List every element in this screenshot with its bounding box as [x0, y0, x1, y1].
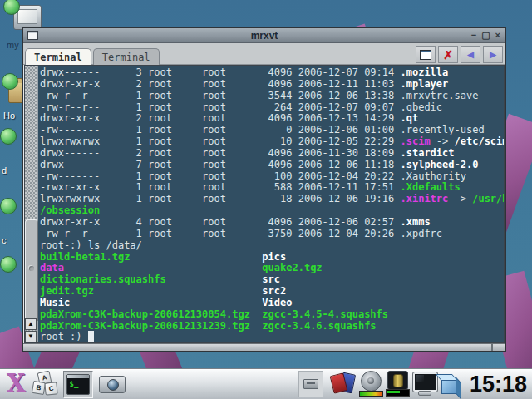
terminal-line: -rw-r--r-- 1 root root 3544 2006-12-06 1…	[40, 91, 504, 102]
window-titlebar[interactable]: mrxvt − ▢ ×	[23, 28, 505, 43]
terminal-line: root-:) ls /data/	[40, 240, 504, 252]
x11-launcher-icon[interactable]: X	[7, 372, 26, 396]
terminal-line: dictionaries.squashfs src	[40, 274, 504, 286]
volume-icon[interactable]	[358, 371, 383, 397]
terminal-line: data quake2.tgz	[40, 263, 504, 274]
mrxvt-window: mrxvt − ▢ × TerminalTerminal ✗ ◀ ▶	[22, 27, 506, 352]
terminal-icon: $_	[66, 374, 90, 395]
window-bottom-border[interactable]	[23, 343, 505, 351]
desktop: myHodc mrxvt − ▢ × TerminalTerminal ✗ ◀ …	[0, 0, 532, 399]
taskbar-clock: 15:18	[470, 372, 527, 397]
close-tab-button[interactable]: ✗	[438, 46, 458, 63]
drive-icon	[303, 379, 318, 389]
green-sphere-icon	[0, 256, 17, 273]
terminal-line: lrwxrwxrwx 1 root root 18 2006-12-06 19:…	[40, 194, 504, 205]
terminal-line: /obsession	[40, 205, 504, 217]
scroll-up-button[interactable]: ▲	[25, 318, 37, 330]
close-button[interactable]: ×	[495, 31, 500, 40]
prev-tab-button[interactable]: ◀	[461, 46, 480, 63]
battery-icon[interactable]	[385, 371, 410, 397]
battery-body-icon	[387, 371, 408, 390]
scrollbar-thumb[interactable]	[25, 219, 38, 321]
scrollbar[interactable]: ▲ ▼	[25, 66, 38, 342]
memory-cards-icon[interactable]	[330, 372, 355, 397]
terminal-line: drwxr-xr-x 2 root root 4096 2006-12-13 1…	[40, 113, 504, 125]
maximize-button[interactable]: ▢	[481, 31, 490, 40]
terminal-line: drwx------ 3 root root 4096 2006-12-07 0…	[40, 67, 504, 79]
battery-level-bar	[386, 389, 410, 397]
terminal-line: -rwxr-xr-x 1 root root 588 2006-12-11 17…	[40, 182, 504, 194]
terminal-launcher-button[interactable]: $_	[63, 371, 93, 398]
terminal-line: lrwxrwxrwx 1 root root 10 2006-12-05 22:…	[40, 136, 504, 148]
resize-grip[interactable]	[491, 344, 505, 351]
package-icon[interactable]	[438, 372, 463, 397]
terminal-line: Music Video	[40, 298, 504, 309]
tab-bar: TerminalTerminal ✗ ◀ ▶	[23, 43, 505, 65]
keyboard-launcher-icon[interactable]: A B C	[32, 372, 58, 397]
terminal-content[interactable]: ▲ ▼ drwx------ 3 root root 4096 2006-12-…	[24, 65, 505, 343]
speaker-icon	[361, 371, 382, 392]
green-sphere-icon	[0, 128, 17, 145]
terminal-line: drwxr-xr-x 4 root root 4096 2006-12-06 0…	[40, 217, 504, 229]
volume-level-bar	[359, 391, 383, 397]
monitor-stand-icon	[418, 391, 431, 396]
display-icon[interactable]	[411, 372, 436, 397]
key-b-icon: B	[31, 381, 45, 395]
terminal-line: drwxr-xr-x 2 root root 4096 2006-12-11 1…	[40, 79, 504, 91]
terminal-cursor	[88, 331, 94, 342]
terminal-line: -rw-r--r-- 1 root root 264 2006-12-07 09…	[40, 102, 504, 114]
green-sphere-icon	[0, 198, 17, 214]
terminal-line: pdaXrom-C3K-backup-200612130854.tgz zgcc…	[40, 309, 504, 321]
drive-tray-icon[interactable]	[298, 371, 323, 397]
key-c-icon: C	[44, 382, 57, 395]
tab-terminal-1[interactable]: Terminal	[25, 48, 91, 66]
cube-icon	[441, 378, 457, 394]
taskbar: X A B C $_	[0, 368, 532, 399]
tab-terminal-2[interactable]: Terminal	[93, 48, 160, 66]
terminal-line: pdaXrom-C3K-backup-200612131239.tgz zgcc…	[40, 321, 504, 332]
terminal-line: -rw-r--r-- 1 root root 3750 2006-12-04 2…	[40, 229, 504, 240]
terminal-line: drwx------ 7 root root 4096 2006-12-06 1…	[40, 160, 504, 171]
terminal-text[interactable]: drwx------ 3 root root 4096 2006-12-07 0…	[38, 66, 504, 342]
terminal-line: -rw------- 1 root root 0 2006-12-06 01:0…	[40, 125, 504, 136]
minimize-button[interactable]: −	[471, 31, 476, 40]
new-tab-button[interactable]	[416, 46, 436, 63]
next-tab-button[interactable]: ▶	[483, 46, 503, 63]
terminal-line: -rw------- 1 root root 100 2006-12-04 20…	[40, 171, 504, 183]
window-title: mrxvt	[23, 30, 505, 42]
monitor-screen-icon	[413, 372, 437, 392]
terminal-line: root-:)	[40, 332, 504, 342]
scroll-down-button[interactable]: ▼	[25, 331, 37, 342]
terminal-line: build-beta1.tgz pics	[40, 252, 504, 264]
terminal-line: jedit.tgz src2	[40, 286, 504, 298]
screenshot-launcher-icon[interactable]	[99, 376, 126, 393]
scrollbar-dimple	[29, 266, 34, 271]
terminal-line: drwx------ 2 root root 4096 2006-11-30 1…	[40, 148, 504, 160]
green-sphere-icon	[2, 73, 18, 90]
new-tab-icon	[420, 50, 431, 60]
